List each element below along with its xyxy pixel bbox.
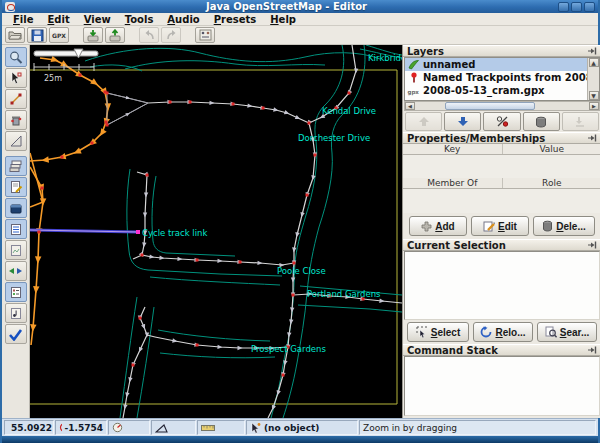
role-column-header[interactable]: Role	[503, 178, 600, 188]
maximize-button[interactable]	[571, 2, 582, 12]
toggle-selection-panel-button[interactable]	[5, 219, 27, 239]
preferences-button[interactable]	[195, 27, 215, 43]
properties-icon	[9, 180, 23, 194]
merge-layer-button[interactable]	[562, 112, 599, 131]
status-help-text: Zoom in by dragging	[359, 420, 596, 435]
stick-pin-icon[interactable]	[588, 346, 597, 354]
key-column-header[interactable]: Key	[403, 144, 503, 154]
conflict-arrows-icon	[8, 265, 23, 277]
draw-nodes-icon	[9, 92, 23, 106]
draw-tool-button[interactable]	[5, 89, 27, 109]
download-button[interactable]	[83, 27, 103, 43]
layer-label: 2008-05-13_cram.gpx	[423, 85, 545, 96]
measure-tool-button[interactable]	[5, 131, 27, 151]
stick-pin-icon[interactable]	[588, 134, 597, 142]
toggle-audio-button[interactable]	[5, 303, 27, 323]
up-arrow-icon	[418, 116, 430, 127]
status-distance	[197, 420, 245, 435]
layers-vertical-scrollbar[interactable]: ▲ ▼	[587, 58, 599, 100]
menu-item-presets[interactable]: Presets	[207, 13, 264, 26]
close-button[interactable]	[584, 2, 595, 12]
properties-table[interactable]	[403, 155, 600, 178]
add-button[interactable]: Add	[409, 216, 467, 236]
delete-layer-button[interactable]	[523, 112, 560, 131]
layer-label: unnamed	[423, 59, 475, 70]
reload-button[interactable]: Relo...	[473, 322, 533, 342]
toggle-layers-panel-button[interactable]	[5, 156, 27, 176]
layer-buttons	[403, 111, 600, 132]
delete-tool-button[interactable]	[5, 110, 27, 130]
toggle-relations-panel-button[interactable]	[5, 198, 27, 218]
save-disk-icon	[31, 29, 44, 42]
map-canvas[interactable]: 25m Kirkbride Kendal Drive Dorchester Dr…	[30, 45, 402, 418]
menu-item-tools[interactable]: Tools	[118, 13, 161, 26]
undo-icon	[143, 29, 156, 41]
title-bar[interactable]: Java OpenStreetMap - Editor	[2, 0, 598, 13]
select-button[interactable]: Select	[407, 322, 469, 342]
upload-button[interactable]	[105, 27, 125, 43]
scroll-up-icon: ▲	[589, 58, 599, 67]
toggle-conflicts-button[interactable]	[5, 261, 27, 281]
status-angle	[151, 420, 196, 435]
move-layer-down-button[interactable]	[444, 112, 481, 131]
toggle-annotations-button[interactable]	[5, 240, 27, 260]
trash-cylinder-icon	[542, 220, 553, 232]
way-triangle	[107, 93, 148, 125]
selection-list[interactable]	[404, 251, 600, 320]
audio-doc-icon	[9, 307, 23, 320]
scroll-down-icon: ▼	[589, 91, 599, 100]
value-column-header[interactable]: Value	[503, 144, 600, 154]
save-button[interactable]	[27, 27, 47, 43]
right-panel: Layers unnamedNamed Trackpoints from 200…	[402, 45, 600, 418]
layer-row[interactable]: gpx2008-05-13_cram.gpx	[405, 84, 587, 97]
zoom-tool-button[interactable]	[5, 47, 27, 67]
edit-button[interactable]: Edit	[471, 216, 529, 236]
export-gpx-button[interactable]: GPX	[49, 27, 69, 43]
menu-item-file[interactable]: File	[6, 13, 40, 26]
menu-item-view[interactable]: View	[77, 13, 118, 26]
layer-row[interactable]: unnamed	[405, 58, 587, 71]
layers-horizontal-scrollbar[interactable]: ◀ ▶	[404, 101, 600, 111]
redo-button[interactable]	[161, 27, 181, 43]
undo-button[interactable]	[139, 27, 159, 43]
move-layer-up-button[interactable]	[405, 112, 442, 131]
delete-trash-icon	[9, 113, 23, 127]
command-list-icon	[9, 286, 23, 299]
layers-icon	[8, 159, 23, 173]
menu-item-edit[interactable]: Edit	[40, 13, 76, 26]
layers-panel-header[interactable]: Layers	[403, 45, 600, 57]
validator-check-button[interactable]	[5, 324, 27, 344]
toggle-command-stack-button[interactable]	[5, 282, 27, 302]
menu-item-help[interactable]: Help	[263, 13, 303, 26]
menu-item-audio[interactable]: Audio	[160, 13, 206, 26]
command-stack-list[interactable]	[404, 356, 600, 416]
gpx-route	[30, 58, 108, 345]
redo-icon	[165, 29, 178, 41]
download-boundary	[30, 70, 397, 404]
street-label: Prospect Gardens	[251, 344, 326, 354]
street-label: Dorchester Drive	[298, 133, 370, 143]
stick-pin-icon[interactable]	[588, 241, 597, 249]
command-stack-header[interactable]: Command Stack	[403, 344, 600, 356]
selection-panel-header[interactable]: Current Selection	[403, 239, 600, 251]
properties-column-headers: Key Value	[403, 144, 600, 155]
minimize-button[interactable]	[558, 2, 569, 12]
layer-row[interactable]: Named Trackpoints from 2008-05-13_cr	[405, 71, 587, 84]
membership-table[interactable]	[403, 189, 600, 213]
stick-pin-icon[interactable]	[588, 47, 597, 55]
show-hide-layer-button[interactable]	[483, 112, 520, 131]
open-button[interactable]	[5, 27, 25, 43]
toggle-properties-panel-button[interactable]	[5, 177, 27, 197]
select-tool-button[interactable]	[5, 68, 27, 88]
check-icon	[8, 328, 23, 341]
down-arrow-icon	[457, 116, 469, 127]
java-app-icon	[5, 2, 15, 12]
annotation-doc-icon	[9, 244, 23, 257]
delete-button[interactable]: Dele...	[533, 216, 595, 236]
properties-panel-header[interactable]: Properties/Memberships	[403, 132, 600, 144]
zoom-slider[interactable]	[34, 49, 98, 58]
member-of-column-header[interactable]: Member Of	[403, 178, 503, 188]
edit-pencil-icon	[483, 220, 495, 232]
search-button[interactable]: Sear...	[537, 322, 597, 342]
gpx-export-icon: GPX	[52, 32, 66, 39]
